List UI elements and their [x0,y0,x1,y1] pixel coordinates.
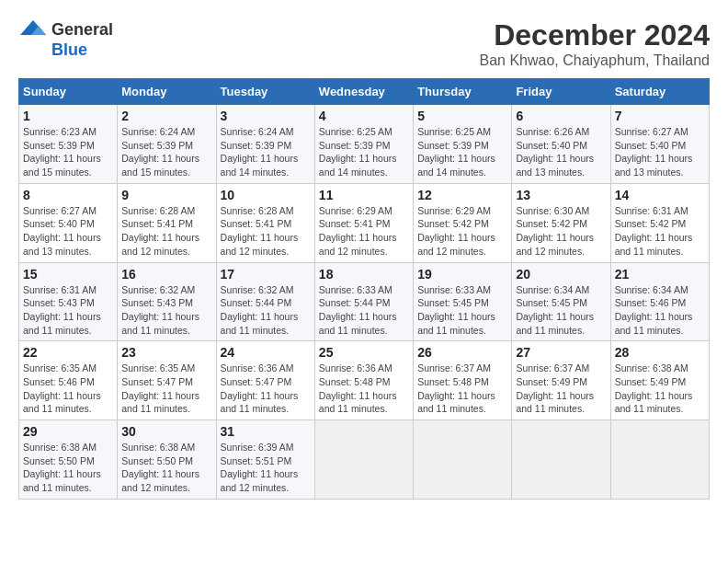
calendar-cell: 31 Sunrise: 6:39 AM Sunset: 5:51 PM Dayl… [216,420,314,500]
day-info: Sunrise: 6:37 AM Sunset: 5:49 PM Dayligh… [516,362,606,416]
day-number: 30 [121,424,211,439]
day-number: 25 [319,345,409,360]
day-info: Sunrise: 6:35 AM Sunset: 5:47 PM Dayligh… [121,362,211,416]
day-info: Sunrise: 6:29 AM Sunset: 5:42 PM Dayligh… [417,204,507,259]
calendar-header-monday: Monday [118,79,216,105]
calendar-cell [610,420,709,500]
day-info: Sunrise: 6:27 AM Sunset: 5:40 PM Dayligh… [615,125,705,179]
day-info: Sunrise: 6:28 AM Sunset: 5:41 PM Dayligh… [221,204,311,259]
calendar-cell: 26 Sunrise: 6:37 AM Sunset: 5:48 PM Dayl… [414,341,512,420]
day-info: Sunrise: 6:36 AM Sunset: 5:48 PM Dayligh… [319,362,409,416]
logo: General Blue [18,18,113,60]
logo-blue: Blue [51,40,87,60]
day-number: 31 [221,424,311,439]
calendar-cell: 14 Sunrise: 6:31 AM Sunset: 5:42 PM Dayl… [610,183,709,262]
day-info: Sunrise: 6:31 AM Sunset: 5:43 PM Dayligh… [23,283,113,338]
calendar-cell: 22 Sunrise: 6:35 AM Sunset: 5:46 PM Dayl… [19,341,118,420]
day-number: 13 [516,188,606,202]
calendar-cell: 7 Sunrise: 6:27 AM Sunset: 5:40 PM Dayli… [610,105,709,184]
calendar-cell: 3 Sunrise: 6:24 AM Sunset: 5:39 PM Dayli… [216,105,314,184]
day-number: 21 [615,267,705,282]
day-info: Sunrise: 6:24 AM Sunset: 5:39 PM Dayligh… [221,125,311,179]
calendar-cell: 21 Sunrise: 6:34 AM Sunset: 5:46 PM Dayl… [610,262,709,341]
title-section: December 2024 Ban Khwao, Chaiyaphum, Tha… [479,18,710,69]
day-number: 2 [121,109,211,123]
location-title: Ban Khwao, Chaiyaphum, Thailand [479,52,710,69]
day-info: Sunrise: 6:38 AM Sunset: 5:50 PM Dayligh… [23,441,113,495]
day-info: Sunrise: 6:32 AM Sunset: 5:43 PM Dayligh… [121,283,211,338]
day-info: Sunrise: 6:37 AM Sunset: 5:48 PM Dayligh… [417,362,507,416]
day-number: 22 [23,345,113,360]
calendar-cell: 13 Sunrise: 6:30 AM Sunset: 5:42 PM Dayl… [512,183,610,262]
day-info: Sunrise: 6:39 AM Sunset: 5:51 PM Dayligh… [221,441,311,495]
calendar-header-wednesday: Wednesday [314,79,413,105]
calendar-cell: 27 Sunrise: 6:37 AM Sunset: 5:49 PM Dayl… [512,341,610,420]
day-info: Sunrise: 6:31 AM Sunset: 5:42 PM Dayligh… [615,204,705,259]
calendar-header-thursday: Thursday [414,79,512,105]
day-info: Sunrise: 6:36 AM Sunset: 5:47 PM Dayligh… [221,362,311,416]
day-info: Sunrise: 6:26 AM Sunset: 5:40 PM Dayligh… [516,125,606,179]
calendar-cell: 28 Sunrise: 6:38 AM Sunset: 5:49 PM Dayl… [610,341,709,420]
day-info: Sunrise: 6:24 AM Sunset: 5:39 PM Dayligh… [121,125,211,179]
day-info: Sunrise: 6:29 AM Sunset: 5:41 PM Dayligh… [319,204,409,259]
day-number: 3 [221,109,311,123]
calendar-header-sunday: Sunday [19,79,118,105]
calendar-cell [314,420,413,500]
calendar-cell: 12 Sunrise: 6:29 AM Sunset: 5:42 PM Dayl… [414,183,512,262]
day-number: 4 [319,109,409,123]
day-info: Sunrise: 6:25 AM Sunset: 5:39 PM Dayligh… [319,125,409,179]
day-number: 15 [23,267,113,282]
day-info: Sunrise: 6:38 AM Sunset: 5:49 PM Dayligh… [615,362,705,416]
calendar-cell: 10 Sunrise: 6:28 AM Sunset: 5:41 PM Dayl… [216,183,314,262]
day-number: 11 [319,188,409,202]
day-info: Sunrise: 6:33 AM Sunset: 5:45 PM Dayligh… [417,283,507,338]
day-number: 12 [417,188,507,202]
calendar-cell: 18 Sunrise: 6:33 AM Sunset: 5:44 PM Dayl… [314,262,413,341]
day-number: 10 [221,188,311,202]
day-info: Sunrise: 6:27 AM Sunset: 5:40 PM Dayligh… [23,204,113,259]
calendar-cell [512,420,610,500]
calendar-header-tuesday: Tuesday [216,79,314,105]
day-number: 29 [23,424,113,439]
day-number: 1 [23,109,113,123]
day-number: 19 [417,267,507,282]
day-number: 23 [121,345,211,360]
day-number: 5 [417,109,507,123]
day-info: Sunrise: 6:38 AM Sunset: 5:50 PM Dayligh… [121,441,211,495]
calendar-cell: 2 Sunrise: 6:24 AM Sunset: 5:39 PM Dayli… [118,105,216,184]
calendar-cell: 8 Sunrise: 6:27 AM Sunset: 5:40 PM Dayli… [19,183,118,262]
day-info: Sunrise: 6:34 AM Sunset: 5:45 PM Dayligh… [516,283,606,338]
calendar-table: SundayMondayTuesdayWednesdayThursdayFrid… [18,78,710,500]
logo-general: General [51,20,113,40]
day-number: 6 [516,109,606,123]
day-number: 26 [417,345,507,360]
calendar-cell: 9 Sunrise: 6:28 AM Sunset: 5:41 PM Dayli… [118,183,216,262]
calendar-header-friday: Friday [512,79,610,105]
calendar-header-saturday: Saturday [610,79,709,105]
day-info: Sunrise: 6:33 AM Sunset: 5:44 PM Dayligh… [319,283,409,338]
day-info: Sunrise: 6:28 AM Sunset: 5:41 PM Dayligh… [121,204,211,259]
day-number: 7 [615,109,705,123]
logo-icon [18,18,48,40]
day-number: 20 [516,267,606,282]
day-number: 18 [319,267,409,282]
day-number: 28 [615,345,705,360]
day-info: Sunrise: 6:34 AM Sunset: 5:46 PM Dayligh… [615,283,705,338]
calendar-cell: 30 Sunrise: 6:38 AM Sunset: 5:50 PM Dayl… [118,420,216,500]
day-number: 16 [121,267,211,282]
calendar-cell: 16 Sunrise: 6:32 AM Sunset: 5:43 PM Dayl… [118,262,216,341]
calendar-cell [414,420,512,500]
day-info: Sunrise: 6:30 AM Sunset: 5:42 PM Dayligh… [516,204,606,259]
header: General Blue December 2024 Ban Khwao, Ch… [18,18,710,69]
day-number: 8 [23,188,113,202]
day-info: Sunrise: 6:32 AM Sunset: 5:44 PM Dayligh… [221,283,311,338]
calendar-cell: 23 Sunrise: 6:35 AM Sunset: 5:47 PM Dayl… [118,341,216,420]
day-number: 9 [121,188,211,202]
day-info: Sunrise: 6:35 AM Sunset: 5:46 PM Dayligh… [23,362,113,416]
calendar-cell: 24 Sunrise: 6:36 AM Sunset: 5:47 PM Dayl… [216,341,314,420]
day-info: Sunrise: 6:25 AM Sunset: 5:39 PM Dayligh… [417,125,507,179]
day-number: 14 [615,188,705,202]
calendar-cell: 15 Sunrise: 6:31 AM Sunset: 5:43 PM Dayl… [19,262,118,341]
month-title: December 2024 [479,18,710,52]
day-info: Sunrise: 6:23 AM Sunset: 5:39 PM Dayligh… [23,125,113,179]
